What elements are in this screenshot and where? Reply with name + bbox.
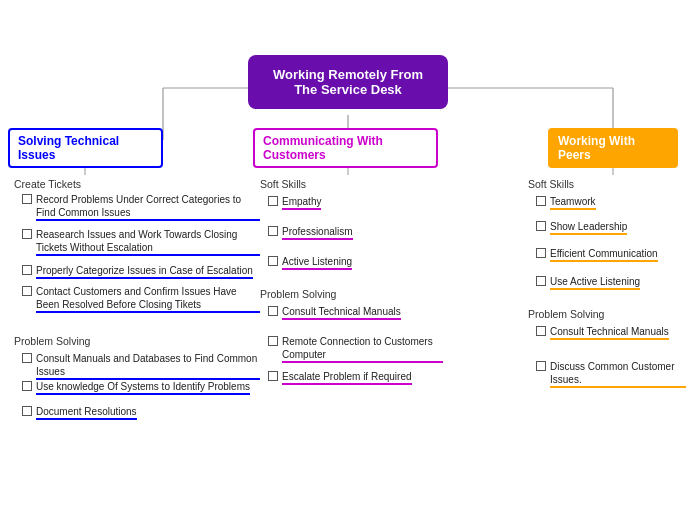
checkbox-c3[interactable] <box>268 256 278 266</box>
checkbox-l3[interactable] <box>22 265 32 275</box>
left-section-2-label: Problem Solving <box>14 335 90 347</box>
checkbox-l5[interactable] <box>22 353 32 363</box>
branch-right-header: Working With Peers <box>548 128 678 168</box>
branch-center-label: Communicating With Customers <box>263 134 383 162</box>
left-section-1-label: Create Tickets <box>14 178 81 190</box>
checkbox-c6[interactable] <box>268 371 278 381</box>
branch-right-label: Working With Peers <box>558 134 635 162</box>
checkbox-r6[interactable] <box>536 361 546 371</box>
branch-left-label: Solving Technical Issues <box>18 134 119 162</box>
right-section-1-label: Soft Skills <box>528 178 574 190</box>
checkbox-c5[interactable] <box>268 336 278 346</box>
center-section-2-label: Problem Solving <box>260 288 336 300</box>
checkbox-r2[interactable] <box>536 221 546 231</box>
checkbox-l4[interactable] <box>22 286 32 296</box>
checkbox-r4[interactable] <box>536 276 546 286</box>
central-node: Working Remotely From The Service Desk <box>248 55 448 109</box>
branch-center-header: Communicating With Customers <box>253 128 438 168</box>
checkbox-c4[interactable] <box>268 306 278 316</box>
checkbox-l2[interactable] <box>22 229 32 239</box>
checkbox-l7[interactable] <box>22 406 32 416</box>
branch-left-header: Solving Technical Issues <box>8 128 163 168</box>
checkbox-r3[interactable] <box>536 248 546 258</box>
center-section-1-label: Soft Skills <box>260 178 306 190</box>
right-section-2-label: Problem Solving <box>528 308 604 320</box>
checkbox-l6[interactable] <box>22 381 32 391</box>
checkbox-c1[interactable] <box>268 196 278 206</box>
checkbox-c2[interactable] <box>268 226 278 236</box>
central-title: Working Remotely From The Service Desk <box>273 67 423 97</box>
mind-map: Working Remotely From The Service Desk S… <box>0 0 696 520</box>
checkbox-r1[interactable] <box>536 196 546 206</box>
checkbox-l1[interactable] <box>22 194 32 204</box>
checkbox-r5[interactable] <box>536 326 546 336</box>
